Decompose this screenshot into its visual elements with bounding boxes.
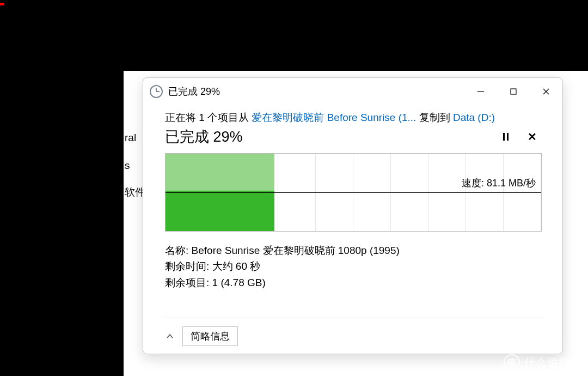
svg-rect-1 [511, 89, 516, 94]
watermark: 值 什么值得买 [504, 354, 581, 371]
pause-icon [503, 132, 509, 141]
watermark-text: 什么值得买 [524, 355, 581, 370]
speed-chart: 速度: 81.1 MB/秒 [165, 153, 542, 232]
dialog-footer: 简略信息 [165, 318, 542, 354]
copy-mid: 复制到 [416, 112, 453, 123]
dialog-content: 正在将 1 个项目从 爱在黎明破晓前 Before Sunrise (1... … [143, 105, 562, 354]
details-block: 名称: Before Sunrise 爱在黎明破晓前 1080p (1995) … [165, 242, 542, 290]
chevron-up-icon [166, 332, 174, 341]
chart-upper-area [166, 154, 274, 192]
copy-description: 正在将 1 个项目从 爱在黎明破晓前 Before Sunrise (1... … [165, 111, 542, 125]
copy-progress-dialog: 已完成 29% 正在将 1 个项目从 爱在黎明破晓前 Before Sunris… [143, 77, 563, 354]
maximize-button[interactable] [497, 78, 530, 105]
minimize-icon [477, 88, 485, 95]
chart-midline [166, 192, 541, 193]
source-folder-link[interactable]: 爱在黎明破晓前 Before Sunrise (1... [252, 112, 416, 123]
pause-button[interactable] [496, 130, 516, 144]
clock-icon [150, 85, 163, 98]
speed-label: 速度: 81.1 MB/秒 [461, 177, 537, 190]
window-title: 已完成 29% [168, 85, 220, 98]
detail-name: 名称: Before Sunrise 爱在黎明破晓前 1080p (1995) [165, 242, 542, 258]
detail-time-remaining: 剩余时间: 大约 60 秒 [165, 258, 542, 274]
progress-status: 已完成 29% [165, 127, 489, 147]
cancel-icon: ✕ [528, 131, 537, 143]
progress-header-row: 已完成 29% ✕ [165, 127, 542, 147]
titlebar[interactable]: 已完成 29% [143, 78, 562, 105]
close-button[interactable] [530, 78, 562, 105]
copy-prefix: 正在将 1 个项目从 [165, 112, 252, 123]
bg-text-fragment: ral [125, 132, 136, 144]
red-indicator [0, 3, 4, 5]
bg-text-fragment: s [125, 160, 130, 172]
detail-items-remaining: 剩余项目: 1 (4.78 GB) [165, 275, 542, 290]
collapse-toggle[interactable] [165, 331, 175, 341]
maximize-icon [510, 88, 517, 95]
window-controls [464, 78, 562, 105]
watermark-badge: 值 [504, 354, 520, 371]
destination-link[interactable]: Data (D:) [453, 112, 495, 123]
cancel-button[interactable]: ✕ [522, 130, 542, 144]
close-icon [542, 88, 550, 95]
chart-lower-area [166, 192, 274, 231]
minimize-button[interactable] [464, 78, 497, 105]
fewer-details-button[interactable]: 简略信息 [182, 326, 238, 346]
